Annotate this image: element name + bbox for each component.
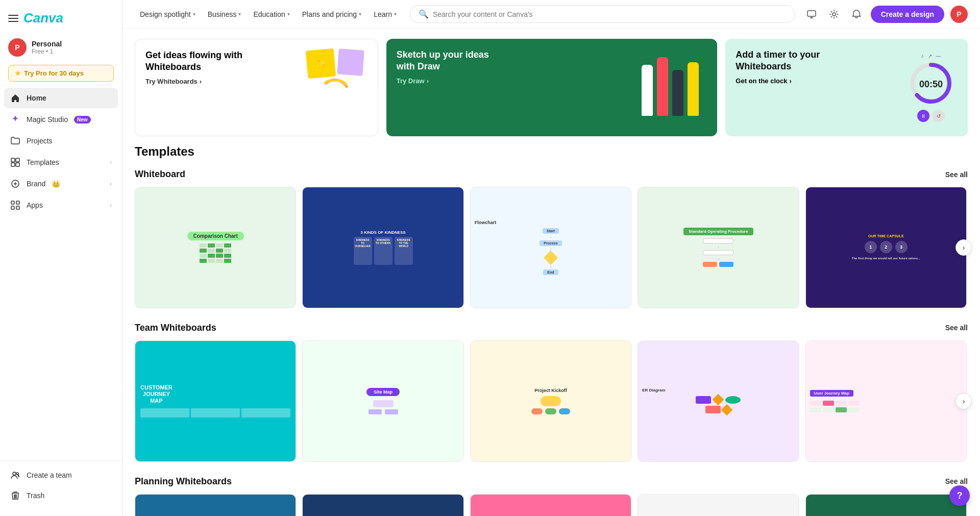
scroll-right-team[interactable]: ›	[955, 393, 972, 409]
card-thumbnail: Project Scope	[638, 495, 798, 516]
apps-icon	[10, 200, 20, 210]
team-cards-wrapper: CUSTOMERJOURNEYMAP Site Map	[135, 340, 968, 462]
template-project-scope[interactable]: Project Scope	[638, 494, 799, 516]
card-thumbnail: Standard Operating Procedure ↓ ↓	[638, 187, 798, 308]
card-thumbnail: ER Diagram	[638, 341, 798, 461]
user-avatar[interactable]: P	[950, 6, 968, 23]
sidebar-item-apps[interactable]: Apps ›	[4, 195, 118, 215]
template-comparison-chart[interactable]: Comparison Chart	[135, 187, 296, 308]
sidebar-item-label: Apps	[27, 201, 43, 209]
card-thumbnail: User Journey Map	[806, 341, 966, 461]
sidebar-item-label: Magic Studio	[27, 115, 68, 124]
card-thumbnail: Marketing Roadmap	[471, 495, 631, 516]
sidebar-item-create-team[interactable]: Create a team	[4, 465, 118, 485]
card-thumbnail: Comparison Chart	[135, 187, 296, 308]
nav-learn[interactable]: Learn ▾	[369, 7, 402, 21]
template-customer-journey[interactable]: CUSTOMERJOURNEYMAP	[135, 340, 296, 462]
svg-point-9	[13, 472, 16, 475]
svg-rect-3	[16, 163, 19, 166]
caret-icon: ▾	[359, 11, 361, 17]
template-project-kickoff[interactable]: Project Kickoff	[470, 340, 631, 462]
template-flowchart[interactable]: Flowchart Start ↓ Process ↓ ↓ End	[470, 187, 631, 308]
search-bar[interactable]: 🔍	[410, 5, 795, 23]
svg-rect-7	[11, 206, 14, 209]
sidebar-logo: Canva	[0, 6, 122, 34]
monitor-icon[interactable]	[803, 6, 820, 22]
template-er-diagram[interactable]: ER Diagram	[638, 340, 799, 462]
sidebar-item-brand[interactable]: Brand 👑 ›	[4, 174, 118, 194]
whiteboard-cards-wrapper: Comparison Chart	[135, 187, 968, 308]
promo-link[interactable]: Try Draw ›	[397, 77, 499, 85]
try-pro-button[interactable]: ★ Try Pro for 30 days	[8, 65, 114, 82]
timer-pause-button[interactable]: ⏸	[917, 110, 929, 122]
card-thumbnail: Site Map	[303, 341, 463, 461]
template-kindness[interactable]: 3 KINDS OF KINDNESS KINDNESS TO OURSELVE…	[302, 187, 463, 308]
template-sop[interactable]: Standard Operating Procedure ↓ ↓	[638, 187, 799, 308]
caret-icon: ▾	[394, 11, 397, 17]
caret-icon: ▾	[287, 11, 290, 17]
template-user-journey[interactable]: User Journey Map	[805, 340, 967, 462]
user-profile[interactable]: P Personal Free • 1	[0, 34, 122, 61]
sidebar-item-trash[interactable]: Trash	[4, 485, 118, 506]
hamburger-menu[interactable]	[8, 15, 18, 22]
scroll-right-whiteboard[interactable]: ›	[955, 239, 972, 256]
promo-whiteboards[interactable]: Get ideas flowing with Whiteboards Try W…	[135, 39, 378, 136]
template-client-meeting[interactable]: Client Meeting	[805, 494, 967, 516]
subsection-title: Whiteboard	[135, 169, 185, 180]
settings-icon[interactable]	[826, 6, 842, 22]
template-time-capsule[interactable]: OUR TIME CAPSULE 1 2 3 The first thing w…	[805, 187, 967, 308]
help-button[interactable]: ?	[949, 485, 970, 506]
crown-icon: 👑	[52, 180, 60, 188]
top-nav: Design spotlight ▾ Business ▾ Education …	[122, 0, 980, 29]
subsection-title: Team Whiteboards	[135, 323, 216, 333]
sidebar-item-templates[interactable]: Templates ›	[4, 152, 118, 173]
star-icon: ★	[15, 69, 21, 77]
sidebar-item-magic-studio[interactable]: Magic Studio New	[4, 109, 118, 130]
promo-link[interactable]: Get on the clock ›	[736, 77, 838, 85]
arrow-icon: ›	[789, 77, 791, 85]
card-thumbnail: 3 KINDS OF KINDNESS KINDNESS TO OURSELVE…	[303, 187, 463, 308]
sidebar-item-label: Create a team	[27, 471, 72, 479]
promo-draw[interactable]: Sketch up your ideas with Draw Try Draw …	[386, 39, 718, 136]
planning-cards-wrapper: Workflow Diagram Synoptic Table	[135, 494, 968, 516]
top-nav-links: Design spotlight ▾ Business ▾ Education …	[135, 7, 402, 21]
template-icon	[10, 157, 20, 167]
card-thumbnail: Project Kickoff	[471, 341, 631, 461]
nav-business[interactable]: Business ▾	[203, 7, 247, 21]
timer-reset-button[interactable]: ↺	[933, 110, 945, 122]
svg-point-12	[832, 13, 836, 16]
trash-icon	[10, 490, 20, 501]
profile-name: Personal	[32, 40, 62, 48]
comparison-label: Comparison Chart	[187, 232, 244, 240]
promo-title: Get ideas flowing with Whiteboards	[145, 50, 248, 73]
promo-link[interactable]: Try Whiteboards ›	[145, 78, 248, 85]
see-all-whiteboard[interactable]: See all	[945, 170, 968, 179]
svg-rect-2	[11, 163, 15, 166]
see-all-planning[interactable]: See all	[945, 477, 968, 485]
svg-rect-8	[16, 206, 19, 209]
sidebar-item-projects[interactable]: Projects	[4, 131, 118, 151]
search-input[interactable]	[433, 10, 787, 18]
template-workflow[interactable]: Workflow Diagram	[135, 494, 296, 516]
planning-cards-row: Workflow Diagram Synoptic Table	[135, 494, 968, 516]
folder-icon	[10, 136, 20, 146]
card-thumbnail: CUSTOMERJOURNEYMAP	[135, 341, 296, 461]
create-design-button[interactable]: Create a design	[871, 6, 944, 23]
templates-section: Templates Whiteboard See all Comparison …	[122, 144, 980, 516]
subsection-planning: Planning Whiteboards See all Workflow Di…	[135, 476, 968, 516]
nav-design-spotlight[interactable]: Design spotlight ▾	[135, 7, 201, 21]
nav-education[interactable]: Education ▾	[248, 7, 295, 21]
brand-icon	[10, 179, 20, 189]
promo-timer[interactable]: Add a timer to your Whiteboards Get on t…	[725, 39, 968, 136]
timer-display: 00:50	[919, 79, 943, 90]
team-cards-row: CUSTOMERJOURNEYMAP Site Map	[135, 340, 968, 462]
notifications-icon[interactable]	[848, 6, 865, 22]
template-marketing-roadmap[interactable]: Marketing Roadmap	[470, 494, 631, 516]
template-sitemap[interactable]: Site Map	[302, 340, 463, 462]
nav-plans[interactable]: Plans and pricing ▾	[297, 7, 366, 21]
see-all-team[interactable]: See all	[945, 324, 968, 332]
sidebar-item-home[interactable]: Home	[4, 88, 118, 108]
template-synoptic[interactable]: Synoptic Table	[302, 494, 463, 516]
whiteboard-cards-row: Comparison Chart	[135, 187, 968, 308]
new-badge: New	[74, 116, 91, 124]
